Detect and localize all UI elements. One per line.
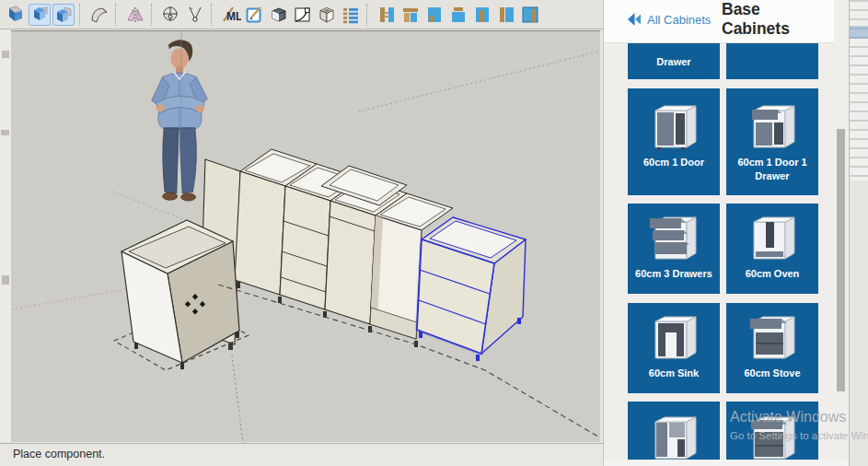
cabinet-tile[interactable] xyxy=(726,402,818,460)
back-chevron-icon xyxy=(626,12,642,27)
cabinet-tile[interactable]: 60cm 1 Door xyxy=(628,88,720,195)
status-bar: Place component. xyxy=(0,443,603,466)
cabinet-tile-label: 60cm Sink xyxy=(628,367,720,380)
cabinet-tile[interactable]: Drawer xyxy=(628,43,720,79)
cut-list-icon[interactable] xyxy=(340,4,362,26)
cabinet-tool-5-icon[interactable] xyxy=(471,4,493,26)
3d-viewport[interactable] xyxy=(11,30,600,442)
toolbar-separator xyxy=(211,4,215,26)
cabinet-tile[interactable]: 60cm 1 Door 1 Drawer xyxy=(726,88,818,195)
cabinet-tool-2-icon[interactable] xyxy=(399,4,422,26)
axes-origin-icon[interactable] xyxy=(160,4,182,26)
cabinet-tile[interactable]: 60cm Stove xyxy=(726,303,818,393)
cabinet-thumbnail xyxy=(628,101,720,153)
toolbar-separator xyxy=(79,4,84,26)
model-scene xyxy=(11,31,600,443)
moulding-icon[interactable] xyxy=(88,4,110,26)
cabinet-tile-label: 60cm 1 Door 1 Drawer xyxy=(726,156,818,183)
cabinet-tool-3-icon[interactable] xyxy=(423,4,446,26)
toolbar-separator xyxy=(115,4,120,26)
mirror-icon[interactable] xyxy=(124,4,146,26)
window-edge-strip xyxy=(849,0,868,466)
component-cube-icon[interactable] xyxy=(52,4,75,26)
window-edge-accent xyxy=(850,26,868,39)
cabinet-tile-label: 60cm 1 Door xyxy=(628,156,720,169)
cabinet-tile-label: 60cm Oven xyxy=(726,267,818,281)
svg-text:ML: ML xyxy=(226,10,241,23)
cabinet-thumbnail xyxy=(628,312,720,364)
panel-scrollbar[interactable] xyxy=(837,129,845,391)
application-window: ML xyxy=(0,0,868,466)
cabinet-tile[interactable] xyxy=(726,43,818,79)
cabinet-thumbnail xyxy=(726,101,818,153)
panel-bottom-strip xyxy=(604,460,849,466)
section-cube-icon[interactable] xyxy=(268,4,290,26)
cabinet-catalog-panel: All Cabinets Base Cabinets Drawer 60cm 1… xyxy=(603,0,849,466)
toolbar-separator xyxy=(151,4,156,26)
panel-title: Base Cabinets xyxy=(722,0,810,39)
cabinet-tool-6-icon[interactable] xyxy=(495,4,517,26)
blue-axis-dotted xyxy=(232,355,243,443)
cabinet-tool-7-icon[interactable] xyxy=(519,4,541,26)
ml-tool-icon[interactable]: ML xyxy=(220,4,242,26)
back-to-all-cabinets[interactable]: All Cabinets xyxy=(626,12,711,27)
cabinet-tool-1-icon[interactable] xyxy=(376,4,398,26)
cabinet-tile-label: Drawer xyxy=(628,55,720,69)
cabinet-thumbnail xyxy=(726,413,818,460)
status-message: Place component. xyxy=(0,444,603,460)
back-link-label: All Cabinets xyxy=(647,13,711,27)
left-edge-strip xyxy=(0,30,11,442)
cabinet-tool-4-icon[interactable] xyxy=(447,4,469,26)
cabinet-tile-label: 60cm 3 Drawers xyxy=(628,267,720,281)
open-box-icon[interactable] xyxy=(316,4,338,26)
main-toolbar: ML xyxy=(0,0,603,29)
panel-header: All Cabinets Base Cabinets xyxy=(604,0,834,43)
cabinet-tile[interactable]: 60cm Oven xyxy=(726,204,818,294)
cabinet-tile[interactable] xyxy=(628,402,720,460)
arc-square-icon[interactable] xyxy=(292,4,314,26)
protractor-icon[interactable] xyxy=(184,4,206,26)
cabinet-tile-label: 60cm Stove xyxy=(726,367,818,380)
cabinet-tile[interactable]: 60cm Sink xyxy=(628,303,720,393)
component-nested-icon[interactable] xyxy=(5,4,27,26)
cabinet-tile[interactable]: 60cm 3 Drawers xyxy=(628,204,720,294)
toolbar-separator xyxy=(366,4,371,26)
component-solid-icon[interactable] xyxy=(29,4,51,26)
cabinet-thumbnail xyxy=(628,213,720,264)
cabinet-thumbnail xyxy=(726,312,818,364)
cabinet-thumbnail xyxy=(628,413,720,460)
selected-cabinet-blue[interactable] xyxy=(417,217,526,361)
scale-figure xyxy=(152,40,208,201)
edit-box-icon[interactable] xyxy=(244,4,266,26)
cabinet-thumbnail xyxy=(726,213,818,264)
